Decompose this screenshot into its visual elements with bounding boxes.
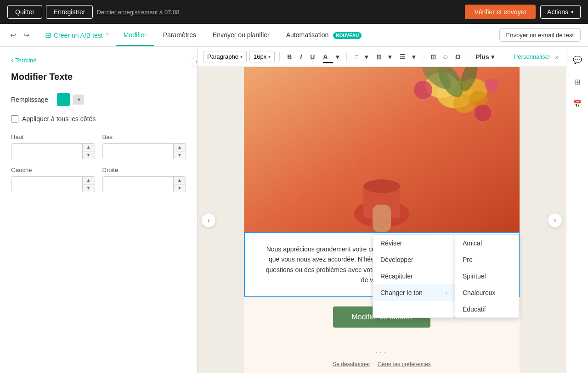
- actions-button[interactable]: Actions: [540, 5, 581, 19]
- email-container: Nous apprécions grandement votre confian…: [244, 67, 520, 373]
- ab-test-help-icon: ?: [106, 32, 109, 39]
- svg-point-11: [475, 105, 491, 121]
- gauche-label: Gauche: [11, 167, 95, 173]
- panel-content: Terminé Modifier Texte Remplissage Appli…: [0, 47, 197, 201]
- tab-envoyer[interactable]: Envoyer ou planifier: [205, 25, 277, 46]
- sidebar-calendar-icon[interactable]: 📅: [570, 96, 585, 111]
- preferences-link[interactable]: Gérer les préférences: [378, 361, 431, 367]
- spacing-grid: Haut 10 ▲ ▼ Bas 10 ▲: [11, 134, 186, 192]
- menu-item-reviser[interactable]: Réviser: [373, 235, 455, 251]
- menu-item-developper[interactable]: Développer: [373, 251, 455, 268]
- submenu-item-chaleureux[interactable]: Chaleureux: [455, 284, 519, 301]
- extra-button-3[interactable]: Ω: [452, 51, 463, 62]
- svg-point-10: [485, 78, 499, 92]
- more-button[interactable]: Plus ▾: [473, 51, 497, 62]
- hero-decoration: [244, 67, 520, 232]
- apply-all-checkbox[interactable]: [11, 115, 18, 122]
- extra-button-2[interactable]: ☺: [440, 51, 452, 62]
- submenu-arrow-icon: ›: [446, 289, 447, 296]
- navbar: ↩ ↪ ⊞ Créer un A/B test ? Modifier Param…: [0, 24, 588, 47]
- align-dropdown-button[interactable]: ▾: [362, 51, 371, 62]
- context-menu: Réviser Développer Récapituler Changer l…: [373, 234, 455, 318]
- undo-redo-group: ↩ ↪: [7, 29, 32, 41]
- indent-dropdown-button[interactable]: ▾: [385, 51, 394, 62]
- nouveau-badge: NOUVEAU: [333, 32, 362, 39]
- unsubscribe-link[interactable]: Se désabonner: [333, 361, 370, 367]
- personaliser-button[interactable]: Personnaliser: [514, 53, 551, 60]
- submenu-item-pro[interactable]: Pro: [455, 251, 519, 268]
- haut-label: Haut: [11, 134, 95, 140]
- topbar-right: Vérifier et envoyer Actions: [465, 5, 581, 19]
- gauche-spinner: 20 ▲ ▼: [11, 176, 95, 192]
- toolbar-divider-4: [468, 52, 468, 61]
- droite-spinner-btns: ▲ ▼: [173, 177, 186, 192]
- droite-spinner: 20 ▲ ▼: [102, 176, 187, 192]
- extra-group: ⊡ ☺ Ω: [428, 51, 464, 62]
- haut-spinner: 10 ▲ ▼: [11, 143, 95, 159]
- right-panel-collapse[interactable]: »: [553, 51, 560, 62]
- quitter-button[interactable]: Quitter: [7, 5, 42, 19]
- indent-button[interactable]: ⊟: [373, 51, 384, 62]
- menu-item-changer-ton[interactable]: Changer le ton ›: [373, 284, 455, 301]
- ab-test-icon: ⊞: [45, 31, 51, 39]
- gauche-increment[interactable]: ▲: [83, 177, 95, 184]
- prev-arrow[interactable]: ‹: [201, 213, 216, 228]
- right-sidebar: 💬 ⊞ 📅: [566, 47, 588, 373]
- droite-increment[interactable]: ▲: [174, 177, 186, 184]
- send-test-button[interactable]: Envoyer un e-mail de test: [499, 28, 581, 42]
- svg-point-14: [363, 179, 400, 193]
- menu-item-recapituler[interactable]: Récapituler: [373, 268, 455, 284]
- droite-input[interactable]: 20: [103, 177, 174, 192]
- footer-dots: ...: [253, 346, 510, 356]
- next-arrow[interactable]: ›: [548, 213, 562, 228]
- italic-button[interactable]: I: [297, 51, 305, 62]
- submenu-item-educatif[interactable]: Éducatif: [455, 301, 519, 317]
- main-layout: « Terminé Modifier Texte Remplissage App…: [0, 47, 588, 373]
- font-size-select[interactable]: 16px: [249, 51, 275, 62]
- tab-modifier[interactable]: Modifier: [116, 25, 154, 46]
- last-save-text[interactable]: Dernier enregistrement à 07:08: [96, 9, 179, 16]
- submenu-item-spirituel[interactable]: Spirituel: [455, 268, 519, 284]
- undo-button[interactable]: ↩: [7, 29, 19, 41]
- sidebar-layout-icon[interactable]: ⊞: [570, 74, 585, 89]
- color-dropdown-button[interactable]: ▾: [333, 51, 342, 62]
- droite-decrement[interactable]: ▼: [174, 184, 186, 192]
- bas-increment[interactable]: ▲: [174, 144, 186, 151]
- email-hero: [244, 67, 520, 232]
- tab-parametres[interactable]: Paramètres: [156, 25, 204, 46]
- apply-all-label[interactable]: Appliquer à tous les côtés: [22, 115, 96, 122]
- topbar-left: Quitter Enregistrer Dernier enregistreme…: [7, 5, 179, 19]
- topbar: Quitter Enregistrer Dernier enregistreme…: [0, 0, 588, 24]
- sidebar-chat-icon[interactable]: 💬: [570, 52, 585, 67]
- text-toolbar: Paragraphe 16px B I U A ▾ ≡ ▾ ⊟ ▾: [198, 47, 566, 67]
- bold-button[interactable]: B: [284, 51, 294, 62]
- verifier-envoyer-button[interactable]: Vérifier et envoyer: [465, 5, 536, 19]
- canvas-scroll: Nous apprécions grandement votre confian…: [198, 67, 566, 373]
- extra-button-1[interactable]: ⊡: [428, 51, 439, 62]
- breadcrumb[interactable]: Terminé: [11, 56, 186, 64]
- ab-test-link[interactable]: ⊞ Créer un A/B test ?: [40, 31, 114, 39]
- redo-button[interactable]: ↪: [21, 29, 32, 41]
- bas-input[interactable]: 10: [103, 144, 174, 159]
- list-dropdown-button[interactable]: ▾: [409, 51, 418, 62]
- list-button[interactable]: ☰: [397, 51, 408, 62]
- submenu-item-amical[interactable]: Amical: [455, 235, 519, 251]
- gauche-decrement[interactable]: ▼: [83, 184, 95, 192]
- color-underline: [323, 62, 333, 63]
- toggle-dropdown-button[interactable]: [73, 95, 84, 105]
- color-swatch[interactable]: [57, 93, 70, 106]
- color-button[interactable]: A: [320, 51, 330, 62]
- bas-decrement[interactable]: ▼: [174, 151, 186, 159]
- gauche-input[interactable]: 20: [11, 177, 82, 192]
- droite-item: Droite 20 ▲ ▼: [102, 167, 187, 192]
- paragraph-select[interactable]: Paragraphe: [203, 51, 247, 62]
- remplissage-label: Remplissage: [11, 96, 57, 103]
- haut-input[interactable]: 10: [11, 144, 82, 159]
- haut-increment[interactable]: ▲: [83, 144, 95, 151]
- enregistrer-button[interactable]: Enregistrer: [46, 5, 93, 19]
- remplissage-row: Remplissage: [11, 93, 186, 106]
- haut-decrement[interactable]: ▼: [83, 151, 95, 159]
- tab-automatisation[interactable]: Automatisation NOUVEAU: [279, 25, 369, 46]
- underline-button[interactable]: U: [307, 51, 317, 62]
- align-left-button[interactable]: ≡: [351, 51, 361, 62]
